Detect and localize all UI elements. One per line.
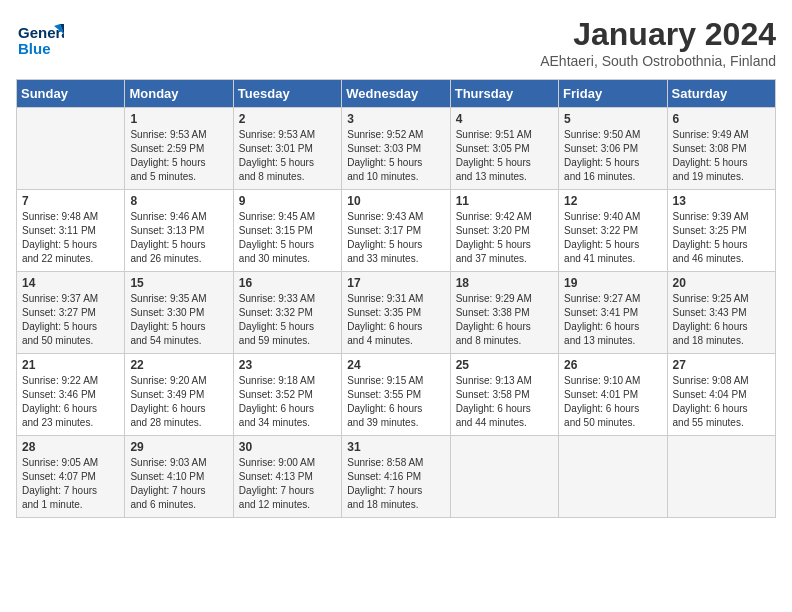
day-info: Sunrise: 9:53 AM Sunset: 2:59 PM Dayligh… (130, 128, 227, 184)
calendar-cell: 4Sunrise: 9:51 AM Sunset: 3:05 PM Daylig… (450, 108, 558, 190)
day-info: Sunrise: 9:33 AM Sunset: 3:32 PM Dayligh… (239, 292, 336, 348)
day-info: Sunrise: 9:10 AM Sunset: 4:01 PM Dayligh… (564, 374, 661, 430)
day-info: Sunrise: 9:20 AM Sunset: 3:49 PM Dayligh… (130, 374, 227, 430)
calendar-week-row: 28Sunrise: 9:05 AM Sunset: 4:07 PM Dayli… (17, 436, 776, 518)
day-number: 22 (130, 358, 227, 372)
calendar-cell: 26Sunrise: 9:10 AM Sunset: 4:01 PM Dayli… (559, 354, 667, 436)
calendar-cell: 31Sunrise: 8:58 AM Sunset: 4:16 PM Dayli… (342, 436, 450, 518)
day-info: Sunrise: 9:27 AM Sunset: 3:41 PM Dayligh… (564, 292, 661, 348)
day-number: 11 (456, 194, 553, 208)
title-area: January 2024 AEhtaeri, South Ostrobothni… (540, 16, 776, 69)
day-number: 16 (239, 276, 336, 290)
calendar-cell: 13Sunrise: 9:39 AM Sunset: 3:25 PM Dayli… (667, 190, 775, 272)
calendar-cell: 24Sunrise: 9:15 AM Sunset: 3:55 PM Dayli… (342, 354, 450, 436)
calendar-table: SundayMondayTuesdayWednesdayThursdayFrid… (16, 79, 776, 518)
day-info: Sunrise: 9:13 AM Sunset: 3:58 PM Dayligh… (456, 374, 553, 430)
day-number: 13 (673, 194, 770, 208)
header: General Blue January 2024 AEhtaeri, Sout… (16, 16, 776, 69)
calendar-body: 1Sunrise: 9:53 AM Sunset: 2:59 PM Daylig… (17, 108, 776, 518)
calendar-cell (559, 436, 667, 518)
calendar-cell (667, 436, 775, 518)
day-info: Sunrise: 9:45 AM Sunset: 3:15 PM Dayligh… (239, 210, 336, 266)
calendar-week-row: 21Sunrise: 9:22 AM Sunset: 3:46 PM Dayli… (17, 354, 776, 436)
day-info: Sunrise: 9:03 AM Sunset: 4:10 PM Dayligh… (130, 456, 227, 512)
day-number: 23 (239, 358, 336, 372)
day-info: Sunrise: 9:51 AM Sunset: 3:05 PM Dayligh… (456, 128, 553, 184)
day-number: 31 (347, 440, 444, 454)
calendar-header-row: SundayMondayTuesdayWednesdayThursdayFrid… (17, 80, 776, 108)
svg-text:Blue: Blue (18, 40, 51, 57)
day-number: 12 (564, 194, 661, 208)
calendar-cell (450, 436, 558, 518)
weekday-header: Thursday (450, 80, 558, 108)
day-info: Sunrise: 9:42 AM Sunset: 3:20 PM Dayligh… (456, 210, 553, 266)
weekday-header: Monday (125, 80, 233, 108)
day-info: Sunrise: 9:00 AM Sunset: 4:13 PM Dayligh… (239, 456, 336, 512)
day-info: Sunrise: 9:29 AM Sunset: 3:38 PM Dayligh… (456, 292, 553, 348)
calendar-cell: 25Sunrise: 9:13 AM Sunset: 3:58 PM Dayli… (450, 354, 558, 436)
day-number: 9 (239, 194, 336, 208)
day-info: Sunrise: 9:52 AM Sunset: 3:03 PM Dayligh… (347, 128, 444, 184)
day-info: Sunrise: 9:48 AM Sunset: 3:11 PM Dayligh… (22, 210, 119, 266)
day-number: 8 (130, 194, 227, 208)
day-number: 21 (22, 358, 119, 372)
calendar-cell: 14Sunrise: 9:37 AM Sunset: 3:27 PM Dayli… (17, 272, 125, 354)
calendar-week-row: 14Sunrise: 9:37 AM Sunset: 3:27 PM Dayli… (17, 272, 776, 354)
weekday-header: Friday (559, 80, 667, 108)
day-number: 26 (564, 358, 661, 372)
calendar-cell: 27Sunrise: 9:08 AM Sunset: 4:04 PM Dayli… (667, 354, 775, 436)
weekday-header: Saturday (667, 80, 775, 108)
logo-icon: General Blue (16, 16, 64, 64)
day-number: 28 (22, 440, 119, 454)
calendar-cell: 10Sunrise: 9:43 AM Sunset: 3:17 PM Dayli… (342, 190, 450, 272)
day-info: Sunrise: 9:53 AM Sunset: 3:01 PM Dayligh… (239, 128, 336, 184)
day-number: 24 (347, 358, 444, 372)
calendar-cell: 9Sunrise: 9:45 AM Sunset: 3:15 PM Daylig… (233, 190, 341, 272)
day-number: 1 (130, 112, 227, 126)
day-number: 14 (22, 276, 119, 290)
day-info: Sunrise: 9:50 AM Sunset: 3:06 PM Dayligh… (564, 128, 661, 184)
day-number: 29 (130, 440, 227, 454)
calendar-cell: 16Sunrise: 9:33 AM Sunset: 3:32 PM Dayli… (233, 272, 341, 354)
day-info: Sunrise: 8:58 AM Sunset: 4:16 PM Dayligh… (347, 456, 444, 512)
calendar-cell: 12Sunrise: 9:40 AM Sunset: 3:22 PM Dayli… (559, 190, 667, 272)
day-info: Sunrise: 9:37 AM Sunset: 3:27 PM Dayligh… (22, 292, 119, 348)
calendar-subtitle: AEhtaeri, South Ostrobothnia, Finland (540, 53, 776, 69)
calendar-cell: 18Sunrise: 9:29 AM Sunset: 3:38 PM Dayli… (450, 272, 558, 354)
calendar-cell: 15Sunrise: 9:35 AM Sunset: 3:30 PM Dayli… (125, 272, 233, 354)
day-info: Sunrise: 9:46 AM Sunset: 3:13 PM Dayligh… (130, 210, 227, 266)
calendar-cell: 8Sunrise: 9:46 AM Sunset: 3:13 PM Daylig… (125, 190, 233, 272)
calendar-cell: 3Sunrise: 9:52 AM Sunset: 3:03 PM Daylig… (342, 108, 450, 190)
calendar-cell: 29Sunrise: 9:03 AM Sunset: 4:10 PM Dayli… (125, 436, 233, 518)
day-number: 20 (673, 276, 770, 290)
day-info: Sunrise: 9:15 AM Sunset: 3:55 PM Dayligh… (347, 374, 444, 430)
day-info: Sunrise: 9:22 AM Sunset: 3:46 PM Dayligh… (22, 374, 119, 430)
calendar-cell: 21Sunrise: 9:22 AM Sunset: 3:46 PM Dayli… (17, 354, 125, 436)
day-number: 2 (239, 112, 336, 126)
calendar-title: January 2024 (540, 16, 776, 53)
calendar-cell (17, 108, 125, 190)
day-info: Sunrise: 9:05 AM Sunset: 4:07 PM Dayligh… (22, 456, 119, 512)
calendar-cell: 28Sunrise: 9:05 AM Sunset: 4:07 PM Dayli… (17, 436, 125, 518)
weekday-header: Wednesday (342, 80, 450, 108)
day-number: 18 (456, 276, 553, 290)
day-info: Sunrise: 9:25 AM Sunset: 3:43 PM Dayligh… (673, 292, 770, 348)
calendar-cell: 6Sunrise: 9:49 AM Sunset: 3:08 PM Daylig… (667, 108, 775, 190)
day-number: 3 (347, 112, 444, 126)
calendar-cell: 30Sunrise: 9:00 AM Sunset: 4:13 PM Dayli… (233, 436, 341, 518)
day-number: 17 (347, 276, 444, 290)
day-number: 25 (456, 358, 553, 372)
day-info: Sunrise: 9:31 AM Sunset: 3:35 PM Dayligh… (347, 292, 444, 348)
day-info: Sunrise: 9:35 AM Sunset: 3:30 PM Dayligh… (130, 292, 227, 348)
calendar-cell: 2Sunrise: 9:53 AM Sunset: 3:01 PM Daylig… (233, 108, 341, 190)
day-number: 5 (564, 112, 661, 126)
calendar-cell: 7Sunrise: 9:48 AM Sunset: 3:11 PM Daylig… (17, 190, 125, 272)
weekday-header: Tuesday (233, 80, 341, 108)
day-number: 6 (673, 112, 770, 126)
day-number: 7 (22, 194, 119, 208)
day-number: 19 (564, 276, 661, 290)
logo: General Blue (16, 16, 64, 68)
day-info: Sunrise: 9:49 AM Sunset: 3:08 PM Dayligh… (673, 128, 770, 184)
day-number: 30 (239, 440, 336, 454)
day-number: 4 (456, 112, 553, 126)
